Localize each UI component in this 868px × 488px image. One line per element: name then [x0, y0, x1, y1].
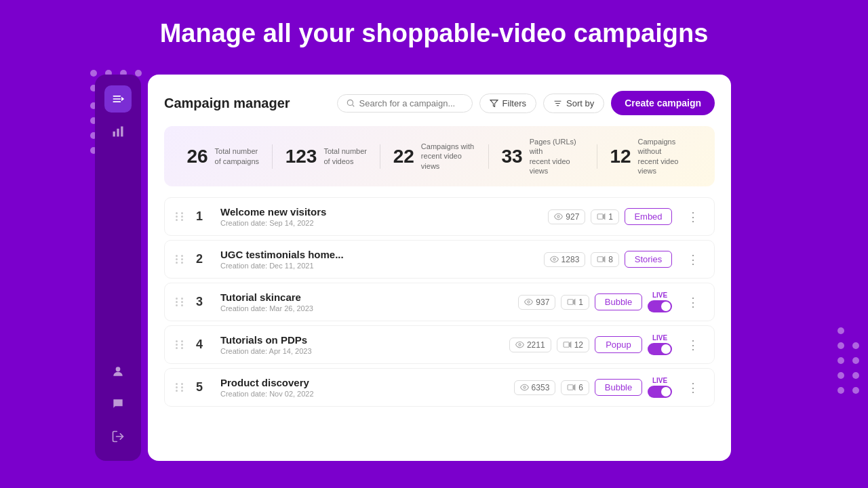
more-button-3[interactable]: ⋮: [683, 335, 703, 355]
campaign-row: 2 UGC testimonials home... Creation date…: [164, 240, 715, 279]
stat-number-3: 33: [502, 146, 523, 167]
sort-button[interactable]: Sort by: [543, 94, 604, 113]
svg-line-9: [352, 105, 354, 107]
views-badge-3: 2211: [509, 338, 551, 352]
campaign-date-1: Creation date: Dec 11, 2021: [220, 262, 533, 270]
campaign-num-3: 4: [196, 338, 210, 352]
svg-rect-2: [113, 101, 121, 102]
search-input[interactable]: [359, 98, 464, 108]
campaign-meta-3: 2211 12 Popup LIVE: [509, 334, 672, 355]
videos-badge-4: 6: [561, 380, 589, 395]
videos-count-1: 8: [608, 255, 613, 264]
views-badge-2: 937: [518, 295, 555, 310]
campaign-num-2: 3: [196, 295, 210, 309]
toggle-switch-4[interactable]: [648, 386, 672, 398]
svg-rect-0: [113, 96, 121, 97]
svg-rect-24: [564, 342, 569, 348]
svg-point-14: [557, 216, 559, 218]
filter-button[interactable]: Filters: [479, 94, 536, 113]
campaign-name-4: Product discovery: [220, 377, 503, 388]
campaign-name-2: Tutorial skincare: [220, 291, 507, 303]
videos-count-3: 12: [574, 340, 583, 350]
videos-badge-0: 1: [591, 209, 619, 224]
svg-point-17: [553, 258, 555, 260]
views-count-4: 6353: [532, 383, 550, 392]
sidebar-item-chat[interactable]: [104, 390, 132, 418]
sidebar-item-profile[interactable]: [104, 358, 132, 385]
panel-title: Campaign manager: [164, 96, 290, 111]
svg-point-26: [523, 386, 525, 388]
svg-point-20: [528, 301, 530, 303]
campaign-list: 1 Welcome new visitors Creation date: Se…: [164, 197, 715, 407]
campaign-row: 3 Tutorial skincare Creation date: Mar 2…: [164, 283, 715, 321]
campaign-meta-1: 1283 8 Stories: [544, 251, 672, 268]
sidebar-item-logout[interactable]: [104, 423, 132, 450]
stat-item-0: 26 Total numberof campaigns: [186, 146, 259, 167]
drag-handle-0[interactable]: [176, 212, 185, 221]
views-count-0: 927: [566, 212, 579, 222]
eye-icon: [520, 383, 529, 392]
search-box[interactable]: [337, 94, 473, 113]
stat-label-4: Campaigns withoutrecent video views: [638, 137, 692, 176]
sidebar-item-menu[interactable]: [104, 85, 132, 113]
create-campaign-button[interactable]: Create campaign: [611, 91, 715, 115]
sidebar-item-analytics[interactable]: [104, 118, 132, 145]
svg-rect-21: [568, 300, 573, 305]
more-button-0[interactable]: ⋮: [683, 207, 703, 227]
header-actions: Filters Sort by Create campaign: [337, 91, 715, 115]
toggle-switch-3[interactable]: [648, 343, 672, 355]
svg-marker-10: [490, 100, 498, 106]
campaign-info-1: UGC testimonials home... Creation date: …: [220, 249, 533, 270]
more-button-1[interactable]: ⋮: [683, 249, 703, 270]
video-icon: [567, 298, 576, 306]
videos-badge-1: 8: [591, 252, 619, 267]
drag-handle-1[interactable]: [176, 255, 185, 264]
campaign-row: 1 Welcome new visitors Creation date: Se…: [164, 197, 715, 236]
svg-rect-18: [597, 257, 603, 262]
decorative-dots-right: [835, 325, 861, 400]
type-badge-3: Popup: [595, 336, 642, 353]
live-toggle-3[interactable]: LIVE: [648, 334, 672, 355]
videos-count-4: 6: [578, 383, 583, 392]
stat-label-0: Total numberof campaigns: [215, 146, 259, 166]
views-count-3: 2211: [527, 340, 545, 350]
sidebar: [95, 75, 141, 461]
toggle-knob-2: [661, 302, 671, 311]
more-button-2[interactable]: ⋮: [683, 292, 703, 312]
stat-number-4: 12: [610, 146, 631, 167]
video-icon: [567, 383, 576, 392]
drag-handle-4[interactable]: [176, 383, 185, 392]
svg-rect-5: [117, 129, 119, 137]
live-toggle-4[interactable]: LIVE: [648, 377, 672, 398]
campaign-date-3: Creation date: Apr 14, 2023: [220, 347, 498, 355]
stat-item-3: 33 Pages (URLs) withrecent video views: [502, 137, 584, 176]
video-icon: [597, 212, 606, 221]
views-count-1: 1283: [561, 255, 580, 264]
sort-icon: [553, 99, 562, 108]
sort-label: Sort by: [566, 98, 594, 108]
toggle-knob-3: [661, 344, 671, 354]
campaign-info-2: Tutorial skincare Creation date: Mar 26,…: [220, 291, 507, 312]
video-icon: [563, 340, 572, 349]
panel-header: Campaign manager Filters Sort by Cr: [164, 91, 715, 115]
search-icon: [346, 98, 355, 108]
svg-point-7: [116, 367, 121, 371]
type-badge-4: Bubble: [595, 379, 642, 396]
stat-item-1: 123 Total numberof videos: [285, 146, 367, 167]
eye-icon: [515, 340, 524, 349]
campaign-num-1: 2: [196, 252, 210, 266]
drag-handle-3[interactable]: [176, 340, 185, 349]
stat-label-1: Total numberof videos: [323, 146, 367, 166]
campaign-info-0: Welcome new visitors Creation date: Sep …: [220, 206, 537, 227]
live-toggle-2[interactable]: LIVE: [648, 291, 672, 312]
eye-icon: [550, 255, 559, 264]
sidebar-bottom: [104, 358, 132, 450]
svg-point-8: [347, 100, 353, 105]
campaign-meta-4: 6353 6 Bubble LIVE: [514, 377, 672, 398]
campaign-meta-0: 927 1 Embed: [548, 208, 672, 225]
toggle-switch-2[interactable]: [648, 300, 672, 312]
more-button-4[interactable]: ⋮: [683, 378, 703, 398]
drag-handle-2[interactable]: [176, 298, 185, 306]
views-badge-1: 1283: [544, 252, 586, 267]
stats-bar: 26 Total numberof campaigns 123 Total nu…: [164, 126, 715, 186]
